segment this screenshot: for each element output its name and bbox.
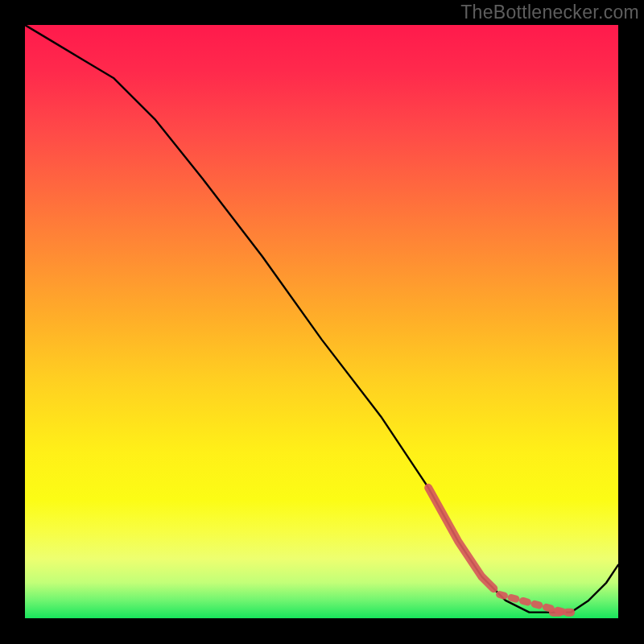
- curve-svg: [25, 25, 618, 618]
- chart-frame: TheBottlenecker.com: [0, 0, 644, 644]
- plot-area: [25, 25, 618, 618]
- bottleneck-curve: [25, 25, 618, 613]
- highlight-segment-left: [428, 488, 493, 588]
- watermark-text: TheBottlenecker.com: [460, 0, 639, 24]
